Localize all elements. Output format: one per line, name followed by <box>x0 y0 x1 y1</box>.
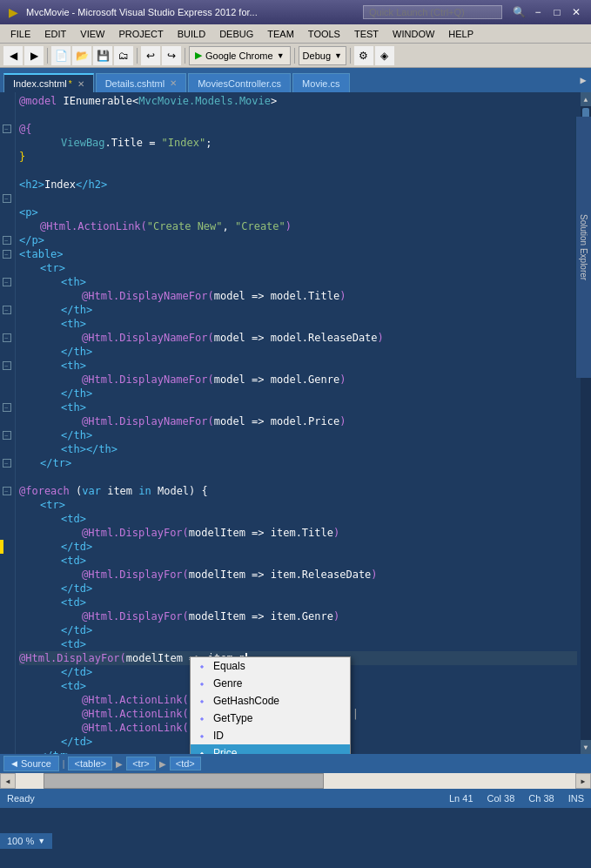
code-line: <th> <box>19 359 577 373</box>
menu-edit[interactable]: EDIT <box>37 27 73 41</box>
collapse-icon[interactable]: − <box>3 403 11 412</box>
zoom-label: 100 % <box>7 836 34 846</box>
collapse-icon[interactable]: − <box>3 278 11 286</box>
autocomplete-dropdown[interactable]: ⬥ Equals ⬥ Genre ⬥ GetHashCode ⬥ GetType… <box>190 656 351 754</box>
vs-logo-icon: ▶ <box>5 4 21 20</box>
close-button[interactable]: ✕ <box>567 3 586 21</box>
code-line: <h2>Index</h2> <box>19 178 577 192</box>
collapse-icon[interactable]: − <box>3 459 11 468</box>
solution-explorer-tab[interactable]: Solution Explorer <box>575 117 591 378</box>
tab-close-icon[interactable]: ✕ <box>170 78 177 88</box>
tab-close-icon[interactable]: ✕ <box>77 79 84 89</box>
tab-movie-cs[interactable]: Movie.cs <box>292 73 349 92</box>
undo-button[interactable]: ↩ <box>141 46 160 65</box>
source-button[interactable]: ◀ Source <box>3 756 59 771</box>
tab-scroll-right[interactable]: ▶ <box>575 68 591 92</box>
code-line: @Html.DisplayNameFor(model => model.Genr… <box>19 373 577 387</box>
run-arrow-icon: ▶ <box>195 50 202 61</box>
menu-debug[interactable]: DEBUG <box>212 27 260 41</box>
menu-help[interactable]: HELP <box>441 27 480 41</box>
extra-btn-1[interactable]: ⚙ <box>354 46 373 65</box>
horizontal-scrollbar[interactable]: ◀ ▶ <box>0 773 591 789</box>
menu-bar: FILE EDIT VIEW PROJECT BUILD DEBUG TEAM … <box>0 24 591 44</box>
code-line: @Html.ActionLink("Create New", "Create") <box>19 219 577 233</box>
back-button[interactable]: ◀ <box>3 46 23 65</box>
breadcrumb-table[interactable]: <table> <box>68 757 112 770</box>
save-all-button[interactable]: 🗂 <box>114 46 133 65</box>
menu-file[interactable]: FILE <box>3 27 37 41</box>
config-dropdown[interactable]: Debug ▼ <box>299 46 346 65</box>
forward-button[interactable]: ▶ <box>24 46 44 65</box>
extra-btn-2[interactable]: ◈ <box>375 46 394 65</box>
ac-item-genre[interactable]: ⬥ Genre <box>191 675 350 692</box>
collapse-icon[interactable]: − <box>3 431 11 440</box>
menu-view[interactable]: VIEW <box>73 27 111 41</box>
config-dropdown-icon: ▼ <box>334 51 342 60</box>
search-icon[interactable]: 🔍 <box>509 3 528 21</box>
menu-tools[interactable]: TOOLS <box>301 27 347 41</box>
menu-window[interactable]: WINDOW <box>386 27 441 41</box>
collapse-icon[interactable]: − <box>3 124 11 133</box>
ac-item-id[interactable]: ⬥ ID <box>191 727 350 744</box>
menu-build[interactable]: BUILD <box>171 27 212 41</box>
scroll-down-button[interactable]: ▼ <box>581 740 591 754</box>
code-line: <tr> <box>19 498 577 512</box>
scroll-up-button[interactable]: ▲ <box>581 92 591 106</box>
h-scrollbar-thumb[interactable] <box>44 773 324 789</box>
title-bar: ▶ MvcMovie - Microsoft Visual Studio Exp… <box>0 0 591 24</box>
ac-item-gettype[interactable]: ⬥ GetType <box>191 710 350 727</box>
code-line <box>19 192 577 205</box>
collapse-icon[interactable]: − <box>3 487 11 495</box>
code-line: </td> <box>19 582 577 595</box>
run-label: Google Chrome <box>205 50 273 61</box>
save-button[interactable]: 💾 <box>93 46 112 65</box>
breadcrumb-td[interactable]: <td> <box>170 757 201 770</box>
code-editor: Solution Explorer − − − − − − <box>0 92 591 754</box>
status-col: Col 38 <box>487 793 515 804</box>
tab-index-cshtml[interactable]: Index.cshtml * ✕ <box>3 73 94 92</box>
code-line: <table> <box>19 247 577 261</box>
redo-button[interactable]: ↪ <box>162 46 181 65</box>
code-line: ViewBag.Title = "Index"; <box>19 136 577 150</box>
code-line: <th> <box>19 275 577 289</box>
menu-team[interactable]: TEAM <box>260 27 301 41</box>
code-line: </td> <box>19 623 577 637</box>
breadcrumb-tr[interactable]: <tr> <box>126 757 156 770</box>
zoom-dropdown-icon[interactable]: ▼ <box>37 837 45 845</box>
run-dropdown-icon[interactable]: ▼ <box>277 51 285 60</box>
ac-item-equals[interactable]: ⬥ Equals <box>191 657 350 675</box>
status-right: Ln 41 Col 38 Ch 38 INS <box>449 793 584 804</box>
open-file-button[interactable]: 📂 <box>72 46 91 65</box>
collapse-icon[interactable]: − <box>3 306 11 314</box>
ac-item-price[interactable]: ⬥ Price <box>191 744 350 754</box>
status-mode: INS <box>568 793 584 804</box>
h-scroll-right-button[interactable]: ▶ <box>575 773 591 789</box>
collapse-icon[interactable]: − <box>3 361 11 370</box>
minimize-button[interactable]: − <box>528 3 547 21</box>
menu-project[interactable]: PROJECT <box>111 27 170 41</box>
code-line: </th> <box>19 303 577 317</box>
property-icon: ⬥ <box>196 747 208 754</box>
collapse-icon[interactable]: − <box>3 236 11 245</box>
h-scroll-left-button[interactable]: ◀ <box>0 773 16 789</box>
quick-launch-input[interactable] <box>363 5 502 19</box>
run-button[interactable]: ▶ Google Chrome ▼ <box>189 46 291 65</box>
maximize-button[interactable]: □ <box>547 3 567 21</box>
left-arrow-icon: ◀ <box>11 759 17 768</box>
new-file-button[interactable]: 📄 <box>51 46 71 65</box>
ac-item-gethashcode[interactable]: ⬥ GetHashCode <box>191 692 350 710</box>
tab-movies-controller[interactable]: MoviesController.cs <box>188 73 291 92</box>
collapse-icon[interactable]: − <box>3 333 11 342</box>
property-icon: ⬥ <box>196 677 208 690</box>
zoom-control[interactable]: 100 % ▼ <box>0 833 52 849</box>
tab-label: Movie.cs <box>302 78 339 89</box>
tab-details-cshtml[interactable]: Details.cshtml ✕ <box>96 73 186 92</box>
collapse-icon[interactable]: − <box>3 250 11 259</box>
tag-separator-1: | <box>63 759 65 769</box>
code-line: @{ <box>19 122 577 136</box>
menu-test[interactable]: TEST <box>347 27 386 41</box>
collapse-icon[interactable]: − <box>3 194 11 203</box>
code-content[interactable]: @model IEnumerable<MvcMovie.Models.Movie… <box>16 92 581 754</box>
breadcrumb-arrow-1: ▶ <box>116 759 123 769</box>
ac-label: GetHashCode <box>213 694 279 708</box>
